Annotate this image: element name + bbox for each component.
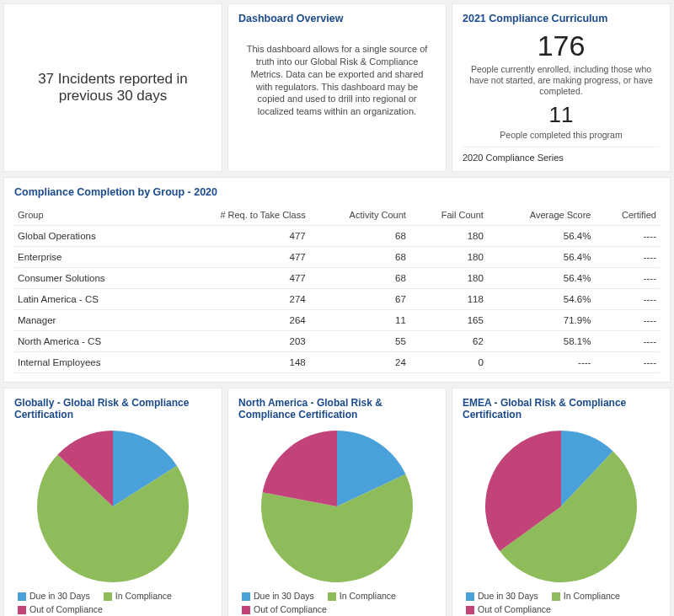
cell: Global Operations <box>14 225 163 246</box>
cell: 148 <box>163 351 309 372</box>
swatch-icon <box>242 606 250 614</box>
table-row[interactable]: Consumer Solutions4776818056.4%---- <box>14 267 660 288</box>
cell: ---- <box>594 288 660 309</box>
cell: 264 <box>163 309 309 330</box>
swatch-icon <box>466 606 474 614</box>
pie-chart <box>463 426 660 586</box>
swatch-icon <box>242 592 250 601</box>
overview-card: Dashboard Overview This dashboard allows… <box>227 3 447 172</box>
cell: ---- <box>594 309 660 330</box>
cell: 58.1% <box>487 330 595 351</box>
cell: Manager <box>14 309 163 330</box>
cell: 54.6% <box>487 288 595 309</box>
legend-item-due[interactable]: Due in 30 Days <box>466 591 538 601</box>
cell: 56.4% <box>487 225 595 246</box>
cell: 24 <box>309 351 409 372</box>
cell: 274 <box>163 288 309 309</box>
enrolled-count: 176 <box>463 29 660 62</box>
table-row[interactable]: Enterprise4776818056.4%---- <box>14 246 660 267</box>
incidents-text: 37 Incidents reported in previous 30 day… <box>14 71 211 104</box>
chart-legend: Due in 30 DaysIn ComplianceOut of Compli… <box>14 586 211 614</box>
legend-item-in[interactable]: In Compliance <box>104 591 172 601</box>
col-activity[interactable]: Activity Count <box>309 205 409 226</box>
table-row[interactable]: Internal Employees148240-------- <box>14 351 660 372</box>
swatch-icon <box>18 592 26 601</box>
cell: ---- <box>594 225 660 246</box>
cell: ---- <box>594 246 660 267</box>
incidents-card: 37 Incidents reported in previous 30 day… <box>3 3 222 172</box>
cell: 477 <box>163 246 309 267</box>
cell: 11 <box>309 309 409 330</box>
cell: North America - CS <box>14 330 163 351</box>
col-score[interactable]: Average Score <box>487 205 595 226</box>
swatch-icon <box>328 592 336 601</box>
cell: Internal Employees <box>14 351 163 372</box>
swatch-icon <box>104 592 112 601</box>
cell: Consumer Solutions <box>14 267 163 288</box>
cell: 180 <box>409 246 487 267</box>
overview-title: Dashboard Overview <box>238 13 436 24</box>
cell: 118 <box>409 288 487 309</box>
col-req[interactable]: # Req. to Take Class <box>163 205 309 226</box>
cell: 68 <box>309 225 409 246</box>
cell: 68 <box>309 246 409 267</box>
chart-title: Globally - Global Risk & Compliance Cert… <box>14 397 211 422</box>
chart-legend: Due in 30 DaysIn ComplianceOut of Compli… <box>238 586 436 614</box>
swatch-icon <box>466 592 474 601</box>
cell: 477 <box>163 225 309 246</box>
chart-title: EMEA - Global Risk & Compliance Certific… <box>463 397 660 422</box>
cell: 56.4% <box>487 246 595 267</box>
pie-chart <box>14 426 211 586</box>
cell: 0 <box>409 351 487 372</box>
legend-item-in[interactable]: In Compliance <box>552 591 620 601</box>
completed-count: 11 <box>463 102 660 128</box>
col-fail[interactable]: Fail Count <box>409 205 487 226</box>
cell: ---- <box>594 267 660 288</box>
legend-item-due[interactable]: Due in 30 Days <box>242 591 314 601</box>
cell: ---- <box>594 351 660 372</box>
completion-table-card: Compliance Completion by Group - 2020 Gr… <box>3 177 671 383</box>
pie-chart-card: North America - Global Risk & Compliance… <box>227 388 447 617</box>
completion-table: Group # Req. to Take Class Activity Coun… <box>14 205 660 373</box>
swatch-icon <box>18 606 26 614</box>
swatch-icon <box>552 592 560 601</box>
legend-item-due[interactable]: Due in 30 Days <box>18 591 90 601</box>
table-row[interactable]: North America - CS203556258.1%---- <box>14 330 660 351</box>
chart-legend: Due in 30 DaysIn ComplianceOut of Compli… <box>463 586 660 614</box>
overview-body: This dashboard allows for a single sourc… <box>238 31 436 130</box>
curriculum-title: 2021 Compliance Curriculum <box>463 13 660 24</box>
table-header-row: Group # Req. to Take Class Activity Coun… <box>14 205 660 226</box>
table-row[interactable]: Global Operations4776818056.4%---- <box>14 225 660 246</box>
cell: ---- <box>487 351 595 372</box>
legend-item-out[interactable]: Out of Compliance <box>18 604 103 614</box>
cell: 56.4% <box>487 267 595 288</box>
cell: 477 <box>163 267 309 288</box>
curriculum-card: 2021 Compliance Curriculum 176 People cu… <box>452 3 671 172</box>
pie-chart-card: Globally - Global Risk & Compliance Cert… <box>3 388 222 617</box>
completed-caption: People completed this program <box>463 130 660 141</box>
legend-item-out[interactable]: Out of Compliance <box>466 604 551 614</box>
cell: Latin America - CS <box>14 288 163 309</box>
cell: 165 <box>409 309 487 330</box>
cell: 71.9% <box>487 309 595 330</box>
cell: 203 <box>163 330 309 351</box>
table-title: Compliance Completion by Group - 2020 <box>14 186 660 198</box>
table-row[interactable]: Latin America - CS2746711854.6%---- <box>14 288 660 309</box>
col-group[interactable]: Group <box>14 205 163 226</box>
cell: 180 <box>409 225 487 246</box>
pie-chart <box>238 426 436 586</box>
col-certified[interactable]: Certified <box>594 205 660 226</box>
series-link[interactable]: 2020 Compliance Series <box>463 147 660 163</box>
pie-chart-card: EMEA - Global Risk & Compliance Certific… <box>452 388 671 617</box>
cell: 68 <box>309 267 409 288</box>
legend-item-out[interactable]: Out of Compliance <box>242 604 327 614</box>
cell: 55 <box>309 330 409 351</box>
cell: 180 <box>409 267 487 288</box>
legend-item-in[interactable]: In Compliance <box>328 591 396 601</box>
cell: 62 <box>409 330 487 351</box>
table-row[interactable]: Manager2641116571.9%---- <box>14 309 660 330</box>
cell: ---- <box>594 330 660 351</box>
enrolled-caption: People currently enrolled, including tho… <box>463 64 660 97</box>
chart-title: North America - Global Risk & Compliance… <box>238 397 436 422</box>
cell: 67 <box>309 288 409 309</box>
